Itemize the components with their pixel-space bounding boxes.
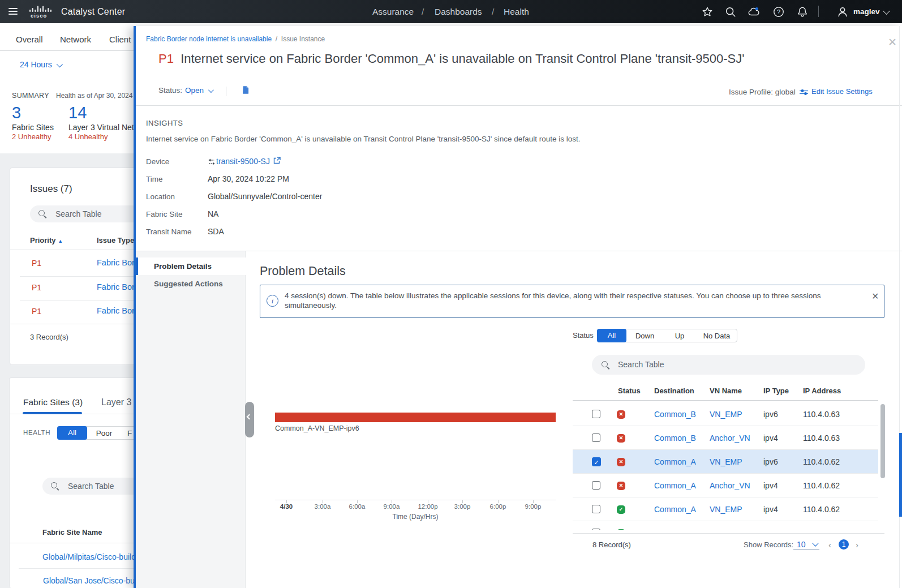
svg-text:?: ? — [777, 8, 780, 15]
svg-text:cisco: cisco — [31, 12, 47, 18]
